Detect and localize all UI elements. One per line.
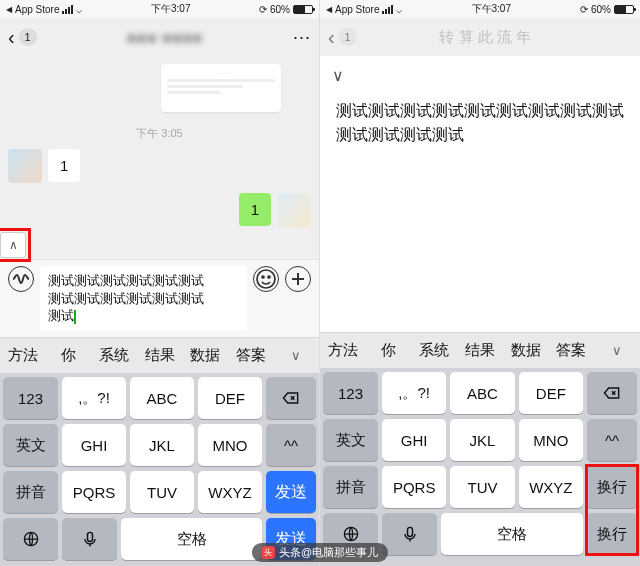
svg-rect-4 xyxy=(87,532,92,541)
key-ghi[interactable]: GHI xyxy=(382,419,446,461)
emoji-button[interactable] xyxy=(253,266,279,292)
backspace-icon xyxy=(602,383,622,403)
key-abc[interactable]: ABC xyxy=(130,377,194,419)
key-pqrs[interactable]: PQRS xyxy=(62,471,126,513)
key-tuv[interactable]: TUV xyxy=(450,466,514,508)
candidate[interactable]: 你 xyxy=(46,346,92,365)
key-space[interactable]: 空格 xyxy=(441,513,583,555)
key-newline[interactable]: 换行 xyxy=(587,513,637,555)
sound-wave-icon xyxy=(9,267,33,291)
key-english[interactable]: 英文 xyxy=(3,424,58,466)
expanded-input-panel: ∨ 测试测试测试测试测试测试测试测试测试 测试测试测试测试 xyxy=(320,56,640,332)
globe-icon xyxy=(21,529,41,549)
key-123[interactable]: 123 xyxy=(3,377,58,419)
key-mic[interactable] xyxy=(62,518,117,560)
key-jkl[interactable]: JKL xyxy=(130,424,194,466)
back-app-icon: ◀ xyxy=(6,5,12,14)
key-pinyin[interactable]: 拼音 xyxy=(323,466,378,508)
expand-button[interactable]: ∧ xyxy=(0,232,26,258)
candidate[interactable]: 答案 xyxy=(549,341,595,360)
candidate[interactable]: 答案 xyxy=(228,346,274,365)
back-app-label: App Store xyxy=(15,4,59,15)
candidate[interactable]: 方法 xyxy=(320,341,366,360)
battery-icon xyxy=(293,5,313,14)
status-time: 下午3:07 xyxy=(472,2,511,16)
chat-timestamp: 下午 3:05 xyxy=(8,126,311,141)
key-backspace[interactable] xyxy=(587,372,637,414)
avatar[interactable] xyxy=(8,149,42,183)
message-bubble[interactable]: 1 xyxy=(239,193,271,226)
candidate[interactable]: 结果 xyxy=(457,341,503,360)
key-tuv[interactable]: TUV xyxy=(130,471,194,513)
text-input[interactable]: 测试测试测试测试测试测试 测试测试测试测试测试测试 测试 xyxy=(40,266,247,331)
battery-icon xyxy=(614,5,634,14)
mic-icon xyxy=(400,524,420,544)
key-mno[interactable]: MNO xyxy=(519,419,583,461)
message-bubble[interactable]: 1 xyxy=(48,149,80,182)
message-row-incoming: 1 xyxy=(8,149,311,183)
keyboard: 123 ,。?! ABC DEF 英文 GHI JKL MNO ^^ 拼音 PQ… xyxy=(0,373,319,566)
status-bar: ◀ App Store ⌵ 下午3:07 ⟳ 60% xyxy=(0,0,319,18)
toutiao-icon: 头 xyxy=(262,546,275,559)
key-backspace[interactable] xyxy=(266,377,316,419)
candidate[interactable]: 你 xyxy=(366,341,412,360)
signal-icon xyxy=(382,5,393,14)
key-abc[interactable]: ABC xyxy=(450,372,514,414)
key-newline[interactable]: 换行 xyxy=(587,466,637,508)
unread-badge: 1 xyxy=(339,28,357,46)
more-button[interactable]: ··· xyxy=(293,27,311,48)
battery-pct: 60% xyxy=(270,4,290,15)
candidate[interactable]: 数据 xyxy=(503,341,549,360)
candidate[interactable]: 方法 xyxy=(0,346,46,365)
candidate[interactable]: 系统 xyxy=(411,341,457,360)
back-button[interactable]: ‹ 1 xyxy=(328,26,357,49)
key-mno[interactable]: MNO xyxy=(198,424,262,466)
key-pqrs[interactable]: PQRS xyxy=(382,466,446,508)
globe-icon xyxy=(341,524,361,544)
svg-point-2 xyxy=(268,276,270,278)
candidate[interactable]: 系统 xyxy=(91,346,137,365)
key-def[interactable]: DEF xyxy=(198,377,262,419)
key-def[interactable]: DEF xyxy=(519,372,583,414)
expanded-text-input[interactable]: 测试测试测试测试测试测试测试测试测试 测试测试测试测试 xyxy=(320,89,640,298)
collapse-button[interactable]: ∨ xyxy=(320,56,640,89)
key-punct[interactable]: ,。?! xyxy=(62,377,126,419)
wifi-icon: ⌵ xyxy=(76,4,82,15)
key-caret[interactable]: ^^ xyxy=(587,419,637,461)
candidate[interactable]: 数据 xyxy=(182,346,228,365)
chat-title: 转 算 此 流 年 xyxy=(439,28,531,47)
key-wxyz[interactable]: WXYZ xyxy=(198,471,262,513)
key-punct[interactable]: ,。?! xyxy=(382,372,446,414)
voice-button[interactable] xyxy=(8,266,34,292)
rotation-lock-icon: ⟳ xyxy=(259,4,267,15)
svg-point-0 xyxy=(257,270,275,288)
key-123[interactable]: 123 xyxy=(323,372,378,414)
chat-header: ‹ 1 转 算 此 流 年 ··· xyxy=(320,18,640,56)
candidate-more[interactable]: ∨ xyxy=(594,343,640,358)
chevron-left-icon: ‹ xyxy=(8,26,15,49)
chat-title: ■■■ ■■■■ xyxy=(127,29,203,46)
back-button[interactable]: ‹ 1 xyxy=(8,26,37,49)
key-pinyin[interactable]: 拼音 xyxy=(3,471,58,513)
key-caret[interactable]: ^^ xyxy=(266,424,316,466)
plus-button[interactable] xyxy=(285,266,311,292)
candidate-more[interactable]: ∨ xyxy=(273,348,319,363)
smile-icon xyxy=(254,267,278,291)
key-send[interactable]: 发送 xyxy=(266,471,316,513)
key-globe[interactable] xyxy=(3,518,58,560)
card-message[interactable]: · · · xyxy=(161,64,281,112)
key-english[interactable]: 英文 xyxy=(323,419,378,461)
message-row-outgoing: 1 xyxy=(8,193,311,227)
key-wxyz[interactable]: WXYZ xyxy=(519,466,583,508)
chat-area[interactable]: · · · 下午 3:05 1 1 xyxy=(0,56,319,259)
watermark: 头 头条@电脑那些事儿 xyxy=(252,543,388,562)
candidate[interactable]: 结果 xyxy=(137,346,183,365)
key-jkl[interactable]: JKL xyxy=(450,419,514,461)
key-mic[interactable] xyxy=(382,513,437,555)
key-ghi[interactable]: GHI xyxy=(62,424,126,466)
key-space[interactable]: 空格 xyxy=(121,518,262,560)
svg-rect-9 xyxy=(407,527,412,536)
avatar[interactable] xyxy=(277,193,311,227)
back-app-icon: ◀ xyxy=(326,5,332,14)
battery-pct: 60% xyxy=(591,4,611,15)
